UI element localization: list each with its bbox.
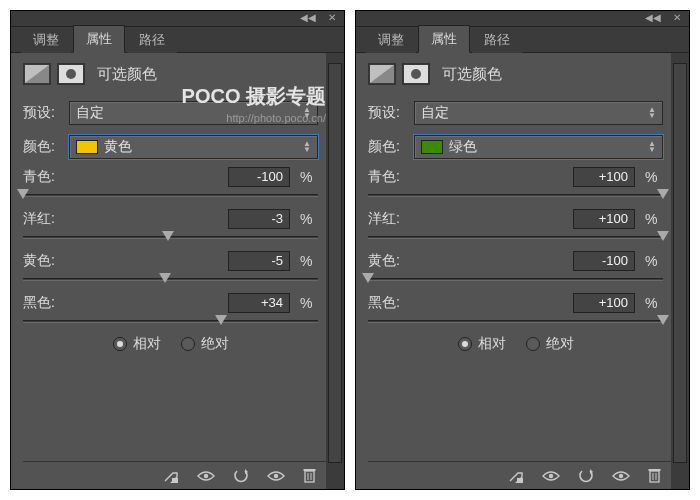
slider-value-cyan[interactable]: +100 [573, 167, 635, 187]
slider-magenta: 洋红:+100% [368, 209, 663, 241]
slider-track-yellow[interactable] [368, 275, 663, 283]
slider-cyan: 青色:-100% [23, 167, 318, 199]
slider-value-magenta[interactable]: -3 [228, 209, 290, 229]
visibility-icon[interactable] [267, 470, 285, 482]
adjustment-icon [368, 63, 396, 85]
tab-properties[interactable]: 属性 [73, 25, 125, 53]
slider-track-cyan[interactable] [368, 191, 663, 199]
slider-track-black[interactable] [368, 317, 663, 325]
svg-rect-7 [304, 469, 316, 471]
slider-track-black[interactable] [23, 317, 318, 325]
slider-thumb-black[interactable] [657, 315, 669, 325]
adjustment-icon [23, 63, 51, 85]
panel-right: ◀◀ ✕ 调整 属性 路径 可选颜色 预设: 自定 ▲▼ 颜色: 绿色 [355, 10, 690, 490]
slider-track-yellow[interactable] [23, 275, 318, 283]
pct-label: % [300, 169, 318, 185]
preset-value: 自定 [76, 104, 104, 122]
reset-icon[interactable] [578, 469, 594, 483]
tab-adjust[interactable]: 调整 [366, 27, 416, 53]
collapse-icon[interactable]: ◀◀ [300, 12, 316, 23]
reset-icon[interactable] [233, 469, 249, 483]
svg-rect-16 [650, 471, 659, 482]
slider-value-cyan[interactable]: -100 [228, 167, 290, 187]
color-label: 颜色: [368, 138, 414, 156]
color-row: 颜色: 绿色 ▲▼ [368, 133, 663, 161]
clip-icon[interactable] [163, 469, 179, 483]
radio-absolute-label: 绝对 [546, 335, 574, 353]
slider-thumb-cyan[interactable] [657, 189, 669, 199]
slider-track-magenta[interactable] [368, 233, 663, 241]
pct-label: % [300, 253, 318, 269]
preset-dropdown[interactable]: 自定 ▲▼ [414, 101, 663, 125]
scrollbar[interactable] [328, 63, 342, 463]
slider-thumb-cyan[interactable] [17, 189, 29, 199]
radio-absolute[interactable]: 绝对 [526, 335, 574, 353]
slider-yellow: 黄色:-100% [368, 251, 663, 283]
color-label: 颜色: [23, 138, 69, 156]
slider-thumb-magenta[interactable] [657, 231, 669, 241]
radio-absolute-label: 绝对 [201, 335, 229, 353]
panel-head: 可选颜色 [368, 63, 663, 85]
radio-relative[interactable]: 相对 [458, 335, 506, 353]
visibility-icon[interactable] [612, 470, 630, 482]
slider-thumb-yellow[interactable] [362, 273, 374, 283]
clip-icon[interactable] [508, 469, 524, 483]
panel-title: 可选颜色 [442, 65, 502, 84]
tab-strip: 调整 属性 路径 [11, 27, 344, 53]
slider-value-magenta[interactable]: +100 [573, 209, 635, 229]
slider-black: 黑色:+34% [23, 293, 318, 325]
scrollbar[interactable] [673, 63, 687, 463]
chevron-updown-icon: ▲▼ [303, 141, 311, 153]
close-icon[interactable]: ✕ [673, 12, 681, 23]
slider-label-black: 黑色: [368, 294, 573, 312]
preset-dropdown[interactable]: 自定 ▲▼ [69, 101, 318, 125]
color-row: 颜色: 黄色 ▲▼ [23, 133, 318, 161]
tab-path[interactable]: 路径 [127, 27, 177, 53]
preset-row: 预设: 自定 ▲▼ [23, 99, 318, 127]
color-dropdown[interactable]: 绿色 ▲▼ [414, 135, 663, 159]
mode-radio-row: 相对 绝对 [368, 335, 663, 353]
pct-label: % [300, 211, 318, 227]
close-icon[interactable]: ✕ [328, 12, 336, 23]
slider-thumb-yellow[interactable] [159, 273, 171, 283]
slider-cyan: 青色:+100% [368, 167, 663, 199]
slider-value-yellow[interactable]: -100 [573, 251, 635, 271]
eye-icon[interactable] [542, 470, 560, 482]
color-dropdown[interactable]: 黄色 ▲▼ [69, 135, 318, 159]
radio-relative-label: 相对 [133, 335, 161, 353]
radio-relative[interactable]: 相对 [113, 335, 161, 353]
collapse-icon[interactable]: ◀◀ [645, 12, 661, 23]
slider-thumb-magenta[interactable] [162, 231, 174, 241]
radio-absolute[interactable]: 绝对 [181, 335, 229, 353]
slider-value-black[interactable]: +34 [228, 293, 290, 313]
panel-head: 可选颜色 [23, 63, 318, 85]
panel-footer [23, 461, 326, 489]
slider-value-black[interactable]: +100 [573, 293, 635, 313]
slider-label-magenta: 洋红: [23, 210, 228, 228]
tab-path[interactable]: 路径 [472, 27, 522, 53]
trash-icon[interactable] [648, 468, 661, 483]
color-value: 绿色 [449, 138, 477, 156]
pct-label: % [645, 295, 663, 311]
trash-icon[interactable] [303, 468, 316, 483]
mode-radio-row: 相对 绝对 [23, 335, 318, 353]
slider-track-cyan[interactable] [23, 191, 318, 199]
tab-properties[interactable]: 属性 [418, 25, 470, 53]
slider-track-magenta[interactable] [23, 233, 318, 241]
eye-icon[interactable] [197, 470, 215, 482]
slider-yellow: 黄色:-5% [23, 251, 318, 283]
slider-black: 黑色:+100% [368, 293, 663, 325]
pct-label: % [645, 211, 663, 227]
slider-label-yellow: 黄色: [368, 252, 573, 270]
panel-content: 可选颜色 预设: 自定 ▲▼ 颜色: 黄色 ▲▼ 青色:-100%洋红:-3%黄… [11, 53, 344, 489]
pct-label: % [300, 295, 318, 311]
tab-adjust[interactable]: 调整 [21, 27, 71, 53]
svg-point-15 [619, 473, 623, 477]
svg-rect-2 [172, 478, 178, 483]
chevron-updown-icon: ▲▼ [648, 107, 656, 119]
slider-thumb-black[interactable] [215, 315, 227, 325]
svg-rect-12 [517, 478, 523, 483]
slider-label-black: 黑色: [23, 294, 228, 312]
pct-label: % [645, 169, 663, 185]
slider-value-yellow[interactable]: -5 [228, 251, 290, 271]
